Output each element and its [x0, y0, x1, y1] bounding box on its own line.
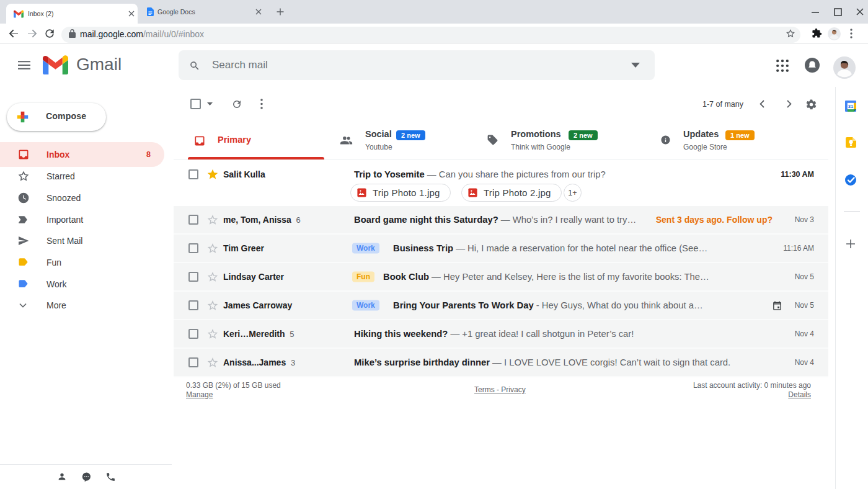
svg-text:31: 31: [848, 104, 853, 109]
